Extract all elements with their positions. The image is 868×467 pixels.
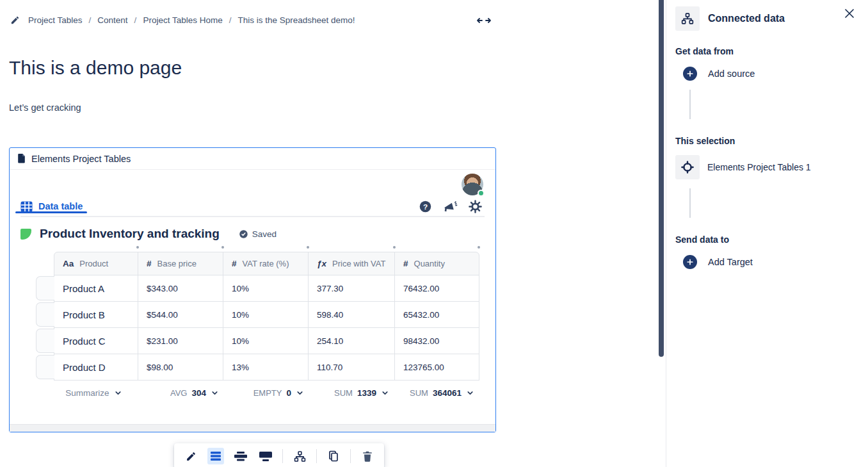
breadcrumb-item-current[interactable]: This is the Spreadsheet demo! [237, 15, 355, 25]
send-data-to-label: Send data to [675, 234, 868, 245]
cell-vat-rate[interactable]: 10% [223, 275, 309, 302]
pencil-icon [186, 451, 197, 462]
summary-sum[interactable]: SUM 1339 [309, 388, 394, 398]
vertical-scrollbar-thumb[interactable] [659, 0, 664, 357]
summary-avg[interactable]: AVG 304 [139, 388, 224, 398]
column-header[interactable]: ƒxPrice with VAT [308, 252, 395, 275]
column-resize-dot[interactable] [307, 246, 309, 249]
cell-base-price[interactable]: $544.00 [138, 301, 223, 328]
summarize-menu[interactable]: Summarize [54, 388, 139, 398]
selection-item[interactable]: Elements Project Tables 1 [675, 155, 868, 179]
cell-product[interactable]: Product D [54, 354, 138, 381]
summary-label: Summarize [65, 388, 109, 398]
column-header[interactable]: #Quantity [394, 252, 479, 275]
tab-data-table[interactable]: Data table [20, 201, 83, 212]
tab-label: Data table [38, 201, 83, 211]
selection-item-label: Elements Project Tables 1 [707, 162, 811, 172]
help-icon[interactable]: ? [419, 200, 432, 213]
delete-button[interactable] [359, 448, 376, 464]
macro-toolbar [174, 443, 384, 467]
org-chart-icon [294, 450, 306, 463]
edit-pencil-icon[interactable] [10, 15, 20, 25]
tab-actions: ? [419, 200, 485, 213]
cell-quantity[interactable]: 98432.00 [394, 327, 479, 354]
data-table: AaProduct #Base price #VAT rate (%) ƒxPr… [54, 243, 485, 381]
breadcrumb-item[interactable]: Project Tables [28, 15, 83, 25]
toolbar-divider [350, 449, 351, 463]
add-target-button[interactable]: Add Target [683, 255, 868, 269]
column-resize-dots [54, 243, 485, 252]
breadcrumb-item[interactable]: Project Tables Home [143, 15, 222, 25]
chevron-down-icon [466, 389, 474, 397]
add-source-button[interactable]: Add source [683, 67, 868, 81]
table-grid-icon [20, 201, 33, 212]
cell-quantity[interactable]: 123765.00 [394, 354, 479, 381]
text-type-icon: Aa [63, 259, 74, 268]
layout-wide-button[interactable] [232, 448, 249, 464]
flow-connector-line [689, 188, 691, 218]
toolbar-divider [282, 449, 283, 463]
cell-quantity[interactable]: 65432.00 [394, 301, 479, 328]
expand-width-icon[interactable] [476, 15, 492, 26]
cell-vat-rate[interactable]: 13% [223, 354, 309, 381]
cell-base-price[interactable]: $98.00 [138, 354, 223, 381]
user-avatar[interactable] [462, 174, 483, 195]
edit-button[interactable] [182, 448, 199, 464]
announcement-megaphone-icon[interactable] [443, 200, 458, 213]
cell-price-with-vat[interactable]: 377.30 [308, 275, 395, 302]
column-resize-dot[interactable] [393, 246, 396, 249]
settings-gear-icon[interactable] [469, 200, 482, 213]
column-header[interactable]: #Base price [138, 252, 223, 275]
cell-product[interactable]: Product A [54, 275, 138, 302]
row-drag-handle[interactable] [36, 355, 54, 379]
flow-connector-line [689, 90, 691, 119]
table-row: Product B $544.00 10% 598.40 65432.00 [54, 301, 485, 328]
saved-status: Saved [239, 229, 277, 239]
add-source-label: Add source [708, 69, 755, 79]
cell-vat-rate[interactable]: 10% [223, 327, 309, 354]
cell-base-price[interactable]: $231.00 [138, 327, 223, 354]
connected-data-button[interactable] [291, 448, 308, 464]
column-resize-dot[interactable] [136, 246, 139, 249]
row-drag-handle[interactable] [36, 329, 54, 353]
cell-price-with-vat[interactable]: 254.10 [308, 327, 395, 354]
page-title: This is a demo page [9, 57, 659, 79]
cell-product[interactable]: Product B [54, 301, 138, 328]
breadcrumb: Project Tables / Content / Project Table… [10, 15, 659, 25]
cell-vat-rate[interactable]: 10% [223, 301, 309, 328]
cell-product[interactable]: Product C [54, 327, 138, 354]
layout-center-button[interactable] [207, 448, 224, 464]
summary-value: 304 [191, 388, 206, 398]
summary-value: 0 [286, 388, 291, 398]
column-header[interactable]: AaProduct [54, 252, 138, 275]
breadcrumb-separator: / [227, 15, 234, 25]
column-resize-dot[interactable] [221, 246, 224, 249]
breadcrumb-item[interactable]: Content [97, 15, 127, 25]
summary-sum[interactable]: SUM 364061 [394, 388, 479, 398]
table-row: Product C $231.00 10% 254.10 98432.00 [54, 327, 485, 354]
cell-quantity[interactable]: 76432.00 [394, 275, 479, 302]
row-drag-handle[interactable] [36, 276, 54, 300]
column-header[interactable]: #VAT rate (%) [223, 252, 309, 275]
org-chart-icon [675, 6, 700, 31]
widget-body: Data table ? Product Inventory and track… [10, 170, 495, 398]
cell-price-with-vat[interactable]: 110.70 [308, 354, 395, 381]
number-type-icon: # [147, 259, 152, 268]
breadcrumb-separator: / [133, 15, 139, 25]
copy-button[interactable] [325, 448, 342, 464]
layout-full-width-button[interactable] [257, 448, 274, 464]
cell-price-with-vat[interactable]: 598.40 [308, 301, 395, 328]
column-resize-dot[interactable] [478, 246, 480, 249]
row-drag-handle[interactable] [36, 302, 54, 327]
main-content: Project Tables / Content / Project Table… [0, 0, 659, 467]
summary-value: 1339 [357, 388, 376, 398]
widget-header: Elements Project Tables [10, 148, 495, 170]
breadcrumb-separator: / [87, 15, 93, 25]
close-icon[interactable] [844, 8, 855, 19]
summary-empty[interactable]: EMPTY 0 [224, 388, 309, 398]
column-label: VAT rate (%) [243, 259, 289, 268]
sheet-title[interactable]: Product Inventory and tracking [40, 227, 220, 241]
cell-base-price[interactable]: $343.00 [138, 275, 223, 302]
selection-target-icon [675, 155, 700, 179]
trash-icon [362, 451, 373, 462]
